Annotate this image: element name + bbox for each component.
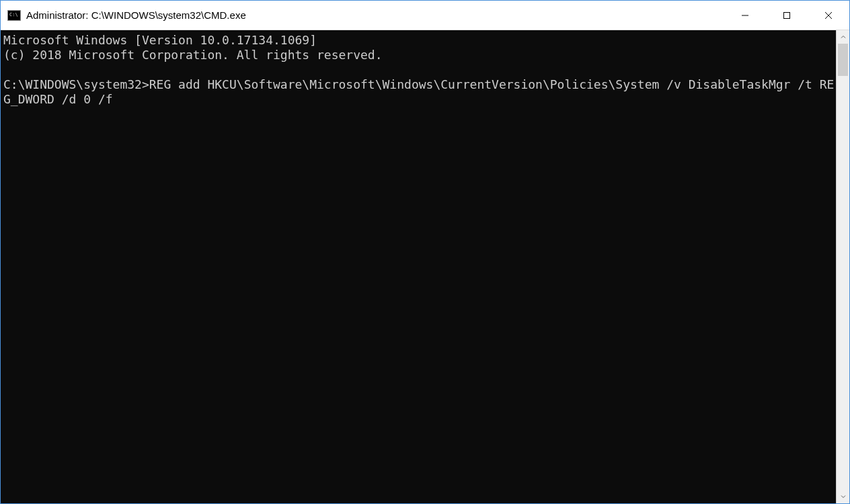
chevron-down-icon [841, 494, 846, 499]
version-line: Microsoft Windows [Version 10.0.17134.10… [3, 33, 317, 47]
window-title: Administrator: C:\WINDOWS\system32\CMD.e… [26, 9, 724, 21]
vertical-scrollbar[interactable] [836, 30, 849, 503]
scroll-up-button[interactable] [837, 30, 849, 44]
chevron-up-icon [841, 34, 846, 40]
titlebar[interactable]: Administrator: C:\WINDOWS\system32\CMD.e… [1, 1, 849, 30]
cmd-icon [7, 10, 21, 21]
cmd-window: Administrator: C:\WINDOWS\system32\CMD.e… [0, 0, 850, 504]
maximize-button[interactable] [766, 1, 808, 30]
console-area: Microsoft Windows [Version 10.0.17134.10… [1, 30, 849, 503]
window-controls [724, 1, 849, 30]
scroll-thumb[interactable] [838, 44, 848, 76]
minimize-button[interactable] [724, 1, 766, 30]
copyright-line: (c) 2018 Microsoft Corporation. All righ… [3, 48, 383, 62]
scroll-track[interactable] [837, 44, 849, 490]
minimize-icon [741, 11, 749, 19]
close-icon [824, 11, 833, 19]
prompt: C:\WINDOWS\system32> [3, 77, 149, 91]
close-button[interactable] [808, 1, 849, 30]
maximize-icon [783, 11, 791, 19]
svg-rect-1 [784, 12, 790, 18]
console-output[interactable]: Microsoft Windows [Version 10.0.17134.10… [1, 30, 836, 503]
scroll-down-button[interactable] [837, 490, 849, 503]
